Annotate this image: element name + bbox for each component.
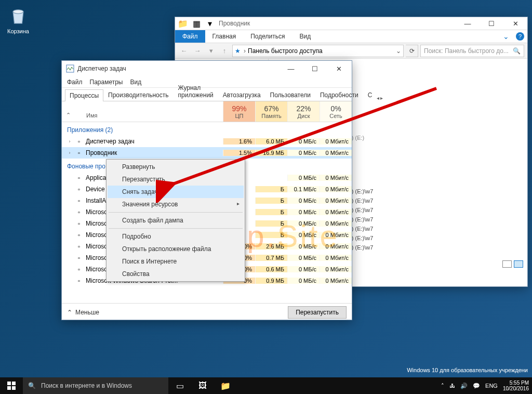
menu-item[interactable]: Подробно	[108, 230, 244, 243]
svg-rect-4	[12, 382, 16, 385]
tab-left-icon[interactable]: ◂	[377, 95, 379, 101]
search-icon: 🔍	[513, 47, 521, 55]
close-button[interactable]: ✕	[503, 16, 527, 31]
process-icon: ▫	[75, 231, 83, 239]
menu-item[interactable]: Открыть расположение файла	[108, 243, 244, 255]
fewer-details-button[interactable]: ⌃Меньше	[67, 309, 99, 316]
context-menu: РазвернутьПерезапуститьСнять задачуЗначе…	[106, 159, 245, 282]
taskview-button[interactable]: ▭	[168, 377, 191, 394]
tab-users[interactable]: Пользователи	[265, 89, 315, 101]
search-icon: 🔍	[28, 382, 36, 389]
icons-view-icon[interactable]	[514, 260, 523, 268]
tab-apphistory[interactable]: Журнал приложений	[174, 82, 218, 101]
table-row[interactable]: ›▫Проводник 1.5% 16.9 МБ 0 МБ/с 0 Мбит/с	[62, 147, 352, 159]
process-icon: ▫	[75, 186, 83, 193]
process-icon: ▫	[75, 208, 83, 216]
explorer-addressbar: ← → ▾ ↑ ★ › Панель быстрого доступа ⌄ ⟳ …	[175, 43, 527, 59]
col-name[interactable]: ⌃Имя	[62, 101, 223, 122]
menu-options[interactable]: Параметры	[90, 78, 123, 86]
ribbon-expand-icon[interactable]: ⌄	[499, 30, 513, 43]
minimize-button[interactable]: —	[279, 61, 303, 76]
process-icon: ▫	[75, 277, 83, 284]
col-network[interactable]: 0%Сеть	[320, 101, 352, 122]
properties-icon[interactable]: ▦	[191, 18, 202, 29]
view-switcher[interactable]	[502, 260, 523, 268]
clock[interactable]: 5:55 PM 10/20/2016	[503, 380, 529, 391]
menu-item[interactable]: Поиск в Интернете	[108, 255, 244, 268]
process-icon: ▫	[75, 149, 83, 156]
volume-icon[interactable]: 🔊	[460, 383, 468, 389]
tab-right-icon[interactable]: ▸	[380, 95, 383, 101]
process-icon: ▫	[75, 174, 83, 181]
taskbar-search[interactable]: 🔍 Поиск в интернете и в Windows	[23, 377, 168, 394]
process-icon: ▫	[75, 266, 83, 273]
taskmanager-footer: ⌃Меньше Перезапустить	[62, 303, 352, 321]
svg-rect-5	[7, 386, 11, 390]
process-icon: ▫	[75, 243, 83, 250]
ribbon-tab-file[interactable]: Файл	[175, 30, 205, 43]
help-icon[interactable]: ?	[516, 32, 524, 41]
search-input[interactable]: Поиск: Панель быстрого до... 🔍	[420, 45, 524, 57]
network-icon[interactable]: 🖧	[449, 383, 455, 389]
process-icon: ▫	[75, 220, 83, 227]
tray-chevron-icon[interactable]: ˄	[441, 383, 444, 389]
maximize-button[interactable]: ☐	[303, 61, 327, 76]
address-dropdown-icon[interactable]: ⌄	[396, 47, 401, 55]
close-button[interactable]: ✕	[327, 61, 351, 76]
start-button[interactable]	[0, 377, 23, 394]
ribbon-tab-view[interactable]: Вид	[292, 30, 318, 43]
svg-point-0	[13, 10, 23, 14]
tab-processes[interactable]: Процессы	[65, 89, 103, 101]
restart-button[interactable]: Перезапустить	[288, 306, 347, 319]
up-button[interactable]: ↑	[219, 45, 230, 57]
forward-button[interactable]: →	[192, 45, 203, 57]
explorer-qat: 📁 ▦ ▾ Проводник — ☐ ✕	[175, 17, 527, 30]
col-memory[interactable]: 67%Память	[255, 101, 287, 122]
menu-item[interactable]: Снять задачу	[108, 186, 244, 198]
taskbar: 🔍 Поиск в интернете и в Windows ▭ 🖼 📁 ˄ …	[0, 377, 532, 394]
taskbar-app-icon[interactable]: 🖼	[191, 377, 214, 394]
svg-rect-3	[7, 382, 11, 385]
menu-separator	[109, 212, 243, 213]
menu-item[interactable]: Значения ресурсов	[108, 198, 244, 211]
folder-icon: 📁	[177, 18, 189, 29]
system-tray: ˄ 🖧 🔊 💬 ENG 5:55 PM 10/20/2016	[441, 377, 532, 394]
recycle-bin-icon[interactable]: Корзина	[7, 5, 29, 34]
menu-item[interactable]: Развернуть	[108, 161, 244, 173]
ribbon-tab-home[interactable]: Главная	[205, 30, 244, 43]
ribbon-tab-share[interactable]: Поделиться	[243, 30, 292, 43]
menu-item[interactable]: Создать файл дампа	[108, 214, 244, 227]
col-disk[interactable]: 22%Диск	[287, 101, 320, 122]
taskbar-explorer-icon[interactable]: 📁	[214, 377, 237, 394]
table-row[interactable]: ›▫Диспетчер задач 1.6% 6.0 МБ 0 МБ/с 0 М…	[62, 136, 352, 147]
maximize-button[interactable]: ☐	[480, 16, 503, 31]
address-input[interactable]: ★ › Панель быстрого доступа ⌄	[232, 45, 404, 57]
down-icon[interactable]: ▾	[204, 18, 216, 29]
recent-button[interactable]: ▾	[205, 45, 217, 57]
process-icon: ▫	[75, 197, 83, 204]
language-indicator[interactable]: ENG	[485, 383, 498, 389]
taskmanager-titlebar[interactable]: Диспетчер задач — ☐ ✕	[62, 61, 352, 76]
tab-details[interactable]: Подробности	[315, 89, 363, 101]
column-headers: ⌃Имя 99%ЦП 67%Память 22%Диск 0%Сеть	[62, 101, 352, 122]
col-cpu[interactable]: 99%ЦП	[223, 101, 255, 122]
taskmanager-tabs: Процессы Производительность Журнал прило…	[62, 88, 352, 101]
refresh-button[interactable]: ⟳	[406, 45, 418, 57]
quickaccess-icon: ★	[235, 47, 241, 55]
menu-view[interactable]: Вид	[130, 78, 141, 86]
menu-item[interactable]: Перезапустить	[108, 173, 244, 186]
process-icon: ▫	[75, 138, 83, 145]
svg-rect-6	[12, 386, 16, 390]
back-button[interactable]: ←	[178, 45, 190, 57]
tab-performance[interactable]: Производительность	[103, 89, 173, 101]
tab-services[interactable]: С	[363, 89, 377, 101]
group-apps: Приложения (2)	[62, 122, 352, 136]
explorer-title: Проводник	[219, 20, 250, 27]
notifications-icon[interactable]: 💬	[473, 383, 480, 389]
minimize-button[interactable]: —	[456, 16, 480, 31]
details-view-icon[interactable]	[502, 260, 512, 268]
menu-file[interactable]: Файл	[67, 78, 83, 86]
taskmanager-title: Диспетчер задач	[77, 65, 126, 72]
menu-item[interactable]: Свойства	[108, 268, 244, 280]
tab-startup[interactable]: Автозагрузка	[218, 89, 265, 101]
